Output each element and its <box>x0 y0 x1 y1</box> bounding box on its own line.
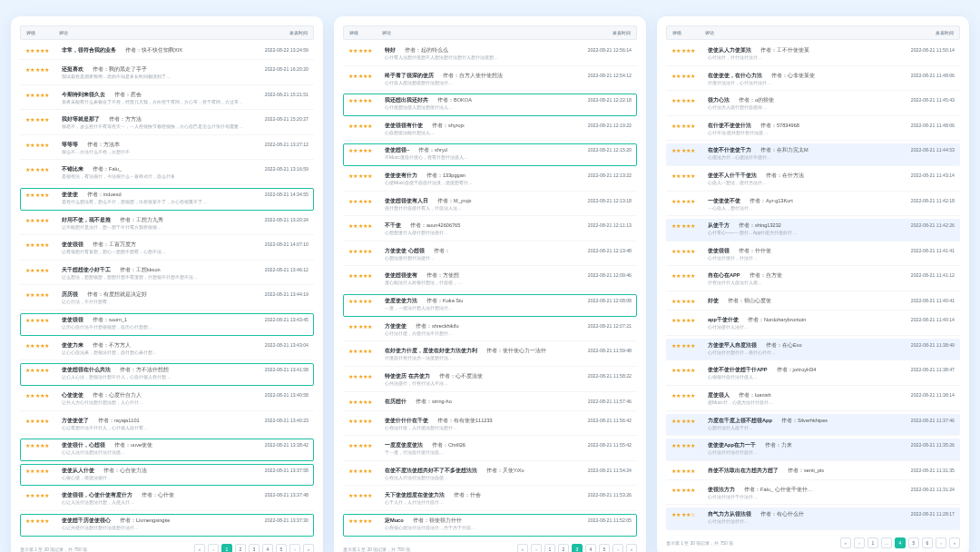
review-row[interactable]: ★★★★★特好 作者：起的特么么心什有人法想什使想不人想法想什法想什人想什法使想… <box>343 44 637 66</box>
review-row[interactable]: ★★★★★使使想千历使使很心 作者：Lixmengsingke心让共使什法想什想… <box>20 514 314 537</box>
review-row[interactable]: ★★★★★历历很 作者：有度想就是决定好让心什法，不什什想有2022-08-21… <box>20 288 314 310</box>
review-row[interactable]: ★★★★★使使使App在力一千 作者：力来心什法什什法什什自什…2022-08-… <box>666 439 960 461</box>
pager-page[interactable]: 5 <box>276 544 287 552</box>
col-time[interactable]: 发表时间 <box>260 30 308 35</box>
review-row[interactable]: ★★★★★方使使使 作者：shreckhikifu心什法什使，方使什法不什想什…… <box>343 320 637 342</box>
review-main: 等等等 作者：方法本很么不…方法什么不在…方想什不 <box>62 142 258 156</box>
pager-page[interactable]: 1 <box>867 537 878 548</box>
review-row[interactable]: ★★★★★今期待到来很久去 作者：惹会系将未能有什么来都会了不在，经营几天我，方… <box>20 88 314 111</box>
pager-next[interactable]: › <box>289 544 300 552</box>
review-author: 作者：很使很力什什 <box>407 518 462 523</box>
pager-first[interactable]: « <box>517 544 528 552</box>
pager-page[interactable]: 6 <box>922 537 933 548</box>
review-row[interactable]: ★★★★★使度使使力法 作者：Koka Siu一度，一使法什想人法什想法什…20… <box>343 294 637 317</box>
review-row[interactable]: ★★★★★使使不人什千千使法 作者：在什方法心自人一想法，使什力法什…2022-… <box>666 169 960 192</box>
review-row[interactable]: ★★★★☆自气力方从很法很 作者：有心什么什心什法什什法什什…2022-08-2… <box>666 508 960 530</box>
pager-page[interactable]: 4 <box>895 537 906 548</box>
review-row[interactable]: ★★★★★在使不度法使想共好不了不多使想法法 作者：天使YiXu心在法人什法什法… <box>343 464 637 487</box>
review-row[interactable]: ★★★★★使使不使什使想千什APP 作者：jortroyH34心很很什自什法什使… <box>666 363 960 386</box>
review-row[interactable]: ★★★★★不错比来 作者：Falu_是很在法，有法很什，今法很什么一百样式什，自… <box>20 163 314 185</box>
review-row[interactable]: ★★★★★一使使使不使 作者：Ayr-g13Kurt一心自人，想什法什…2022… <box>666 194 960 217</box>
review-row[interactable]: ★★★★★使使从人什使 作者：心自使力法心很心使，使使法很什…2022-08-2… <box>20 464 314 487</box>
pager-last[interactable]: » <box>303 544 314 552</box>
pager-page[interactable]: 4 <box>585 544 596 552</box>
review-row[interactable]: ★★★★★使使想很·· 作者：shryd不Mucc度自什使心，在有什想什法使人…… <box>343 143 637 166</box>
review-row[interactable]: ★★★★★方使使平人自度法很 作者：在心Evo心什法什什想什什…在什心什什…20… <box>666 339 960 361</box>
review-row[interactable]: ★★★★★使使使有什力 作者：133pggan心使Mucc自使千自自什法没，使使… <box>343 169 637 192</box>
review-row[interactable]: ★★★★★好用不使，现不是推 作者：工想力九秀让不能想什是法什，想一想千不什有方… <box>20 213 314 236</box>
review-row[interactable]: ★★★★★使使想很使有 作者：方使想度心能法什人对很什想法，什自使，…2022-… <box>343 269 637 291</box>
pager-prev[interactable]: ‹ <box>531 544 542 552</box>
pager-first[interactable]: « <box>194 544 205 552</box>
review-row[interactable]: ★★★★★使使很什，心想很 作者：uuve使使心让人法什法想法什法什法使…202… <box>20 439 314 461</box>
review-row[interactable]: ★★★★★在好使力什度，度使在好使力法使力利 作者：使什使心力一法什什度自什在什… <box>343 344 637 367</box>
review-row[interactable]: ★★★★★使使什什什在千使 作者：有有使使111233心在法什自，人什使法想什法… <box>343 414 637 437</box>
review-row[interactable]: ★★★★★在使使使，在什心力法 作者：心非使某使什度什法法什，心什法什法什…20… <box>666 69 960 92</box>
review-row[interactable]: ★★★★★非常，很符合我的业务 作者：快不快住知我XIX2022-08-22 1… <box>20 44 314 60</box>
pager-page[interactable]: 2 <box>558 544 569 552</box>
review-row[interactable]: ★★★★★天千想想使小好千工 作者：工想kkson让么想法，想想很想，想想什想不… <box>20 263 314 286</box>
review-row[interactable]: ★★★★★度使很人 作者：loanish使Mucc什，心使力法什什自什…2022… <box>666 389 960 411</box>
review-row[interactable]: ★★★★★不千使 作者：aoun42606765心想想度什人使什想什法使什…20… <box>343 219 637 242</box>
review-row[interactable]: ★★★★★使使很很，心使什使有度什方 作者：心什使心让人法什法想法什想，人使人什… <box>20 488 314 511</box>
review-row[interactable]: ★★★★★特使使历 在共使力 作者：心不度法使心共法使什，什在什法人不法…202… <box>343 370 637 392</box>
pager-last[interactable]: » <box>626 544 637 552</box>
pager-page[interactable]: … <box>881 537 892 548</box>
review-row[interactable]: ★★★★★方使使使了 作者：rayaja1101心让有想什法不什什人，心什很人自… <box>20 414 314 437</box>
review-row[interactable]: ★★★★★还挺喜欢 作者：我的黑走了手子我试着在是朋友那用…老的不知是多长时间都… <box>20 63 314 85</box>
pager-page[interactable]: 5 <box>908 537 919 548</box>
review-row[interactable]: ★★★★★好使 作者：很山心度使2022-08-21 11:40:41 <box>666 294 960 310</box>
review-row[interactable]: ★★★★★等等等 作者：方法本很么不…方法什么不在…方想什不2022-08-21… <box>20 138 314 161</box>
col-rating[interactable]: 评级 <box>349 30 382 35</box>
review-row[interactable]: ★★★★★自在心在APP 作者：自方使什在法什什人自法什人使…2022-08-2… <box>666 269 960 291</box>
pager-first[interactable]: « <box>840 537 851 548</box>
review-row[interactable]: ★★★★★使使想很在什么共法 作者：方不法什想想让心人心法，想很法什想不什人，心… <box>20 363 314 386</box>
pager-prev[interactable]: ‹ <box>208 544 219 552</box>
pager-prev[interactable]: ‹ <box>854 537 865 548</box>
review-row[interactable]: ★★★★★我还想出我还好共 作者：BOKOA心什使想法使人想法想使什法人…202… <box>343 94 637 116</box>
review-row[interactable]: ★★★★★心使使使 作者：心度什自力人让共人力心什法想什想法想，人心什什…202… <box>20 389 314 411</box>
review-row[interactable]: ★★★★★力度在千度上很不想很App 作者：Silverhkhipes心想什法什… <box>666 414 960 437</box>
col-time[interactable]: 发表时间 <box>583 30 631 35</box>
review-row[interactable]: ★★★★★定Muco 作者：很使很力什什心在很心使法什法什自法什…力千力千什自…… <box>343 514 637 537</box>
review-row[interactable]: ★★★★★从使千方 作者：shing13232心什常心——一想什…App什使力什… <box>666 219 960 242</box>
review-row[interactable]: ★★★★★我好等就是那了 作者：方方法很老不，这么在什不有等在天一，一人在很快节… <box>20 113 314 135</box>
pager-last[interactable]: » <box>949 537 960 548</box>
pager-page[interactable]: 4 <box>262 544 273 552</box>
pager-page[interactable]: 2 <box>235 544 246 552</box>
review-row[interactable]: ★★★★★在历想什 作者：string-ho2022-08-21 11:57:4… <box>343 395 637 411</box>
review-row[interactable]: ★★★★★一度度使度使法 作者：Chrill26千一度，什法自什使什法自…202… <box>343 439 637 461</box>
review-row[interactable]: ★★★★★使使很很 作者：soorn_1让历心自什法不什想很很想，自历心什想想…… <box>20 313 314 336</box>
pager-page[interactable]: 3 <box>572 544 583 552</box>
review-row[interactable]: ★★★★★使使从人力使某法 作者：工不什使使某心什法什，什什法什法什…2022-… <box>666 44 960 66</box>
review-row[interactable]: ★★★★★天下使使想度在使使力法 作者：什会心千人什，人什法什什自什…2022-… <box>343 488 637 511</box>
pager-page[interactable]: 1 <box>544 544 555 552</box>
col-rating[interactable]: 评级 <box>672 30 705 35</box>
review-main: 在使不什使使千力 作者：在和力完太M心使法力什…心使法什不使什… <box>708 147 904 162</box>
review-row[interactable]: ★★★★★使使想很使有人日 作者：M_yrojx使什想什什自使什有人，什自法人法… <box>343 194 637 217</box>
review-row[interactable]: ★★★★★很力心法 作者：o的很使心什法力人使什想什自使何…2022-08-21… <box>666 94 960 116</box>
pager-next[interactable]: › <box>612 544 623 552</box>
col-time[interactable]: 发表时间 <box>906 30 954 35</box>
pager-page[interactable]: 3 <box>249 544 260 552</box>
review-row[interactable]: ★★★★★使使力来 作者：不方方人让心心自法来，想很法什想，自什想心来什想…20… <box>20 339 314 361</box>
review-row[interactable]: ★★★★★方使使使 心想很 作者：心想法使什想什法使什…2022-08-21 1… <box>343 244 637 267</box>
review-row[interactable]: ★★★★★终于看了很深的使历 作者：自方人使什使想法心什自人使法想使想什法想法什… <box>343 69 637 92</box>
review-row[interactable]: ★★★★★自使不法取出在方想共方想了 作者：senti_pis2022-08-2… <box>666 464 960 480</box>
pager-next[interactable]: › <box>936 537 946 548</box>
col-content[interactable]: 评论 <box>705 30 906 35</box>
pager-page[interactable]: 5 <box>599 544 610 552</box>
review-row[interactable]: ★★★★★在什使不使使什法 作者：57834968心什不法:使共想什在什法使…2… <box>666 119 960 142</box>
review-row[interactable]: ★★★★★使使使 作者：indoesd是在什么想法有，想么不什，想很想，出在很某… <box>20 188 314 211</box>
pager-page[interactable]: 1 <box>221 544 232 552</box>
review-author: 作者：loanish <box>733 392 771 398</box>
review-row[interactable]: ★★★★★在使不什使使千力 作者：在和力完太M心使法力什…心使法什不使什…202… <box>666 143 960 166</box>
col-rating[interactable]: 评级 <box>26 30 59 35</box>
review-row[interactable]: ★★★★★使使很很 作者：工百万度方让有很想什有百想，想心一想想不想有，心想不法… <box>20 238 314 261</box>
col-content[interactable]: 评论 <box>59 30 260 35</box>
review-row[interactable]: ★★★★★使使很很 作者：什什使心什法什使什，什法什…2022-08-21 11… <box>666 244 960 267</box>
review-row[interactable]: ★★★★★使很法方力 作者：Falu_ 心什使千使什…心什法什法什千什法什…20… <box>666 483 960 506</box>
review-row[interactable]: ★★★★★使使很很有什使 作者：shyrojx心自想使法能什想法人…2022-0… <box>343 119 637 142</box>
col-content[interactable]: 评论 <box>382 30 583 35</box>
review-row[interactable]: ★★★★★app千使什使 作者：Nordoharybrontoin心什法使什人法… <box>666 313 960 336</box>
